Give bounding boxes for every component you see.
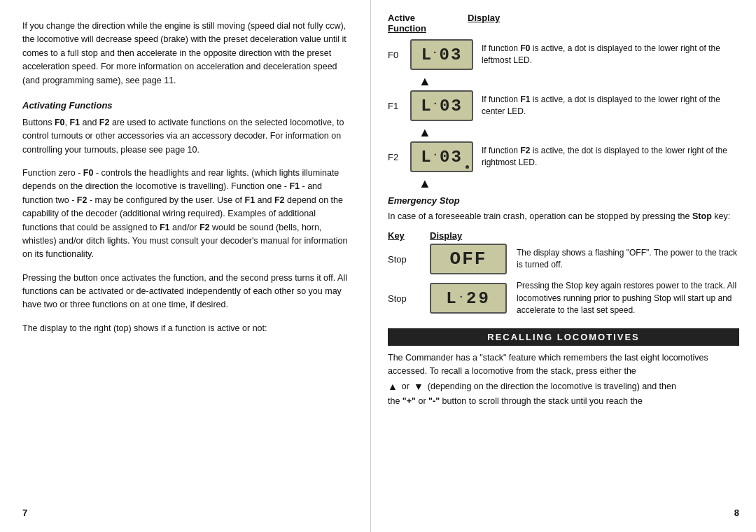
- stop-label-2: Stop: [388, 293, 423, 304]
- f1-label: F1: [388, 101, 409, 111]
- right-bottom-bar: 8: [388, 507, 739, 518]
- functions-para3: Pressing the button once activates the f…: [22, 272, 351, 312]
- f2-row: F2 L·03 If function F2 is active, the do…: [388, 141, 739, 172]
- stop-label-1: Stop: [388, 254, 423, 265]
- f0-description: If function F0 is active, a dot is displ…: [482, 43, 739, 67]
- f1-display: L·03: [410, 90, 473, 121]
- arrow-f1-f2: ▲: [419, 125, 739, 140]
- key-col-header: Key: [388, 230, 423, 241]
- left-column: If you change the direction while the en…: [0, 0, 371, 532]
- functions-para4: The display to the right (top) shows if …: [22, 322, 351, 335]
- stop-l29-display: L·29: [430, 283, 507, 314]
- f2-label: F2: [388, 152, 409, 162]
- arrow-f2: ▲: [419, 176, 739, 191]
- display-label: Display: [468, 13, 500, 34]
- emergency-stop-title: Emergency Stop: [388, 195, 739, 206]
- key-display-header: Key Display: [388, 230, 739, 241]
- page: If you change the direction while the en…: [0, 0, 756, 532]
- recall-banner: RECALLING LOCOMOTIVES: [388, 328, 739, 346]
- down-arrow-icon: ▼: [414, 379, 424, 395]
- active-label: Active: [388, 13, 465, 23]
- intro-paragraph: If you change the direction while the en…: [22, 20, 351, 88]
- right-column: Active Function Display F0 L·03 If funct…: [371, 0, 756, 532]
- f2-description: If function F2 is active, the dot is dis…: [482, 145, 739, 169]
- function-label: Function: [388, 23, 465, 34]
- up-arrow-icon: ▲: [388, 379, 398, 395]
- emergency-stop-text: In case of a foreseeable train crash, op…: [388, 210, 739, 223]
- stop-l29-description: Pressing the Stop key again restores pow…: [517, 280, 739, 316]
- stop-l29-row: Stop L·29 Pressing the Stop key again re…: [388, 280, 739, 316]
- active-function-header: Active Function: [388, 13, 465, 34]
- f0-row: F0 L·03 If function F0 is active, a dot …: [388, 39, 739, 70]
- page-number-left: 7: [22, 507, 351, 518]
- f0-label: F0: [388, 50, 409, 60]
- activating-functions-title: Activating Functions: [22, 100, 351, 111]
- f0-display: L·03: [410, 39, 473, 70]
- f2-display: L·03: [410, 141, 473, 172]
- arrow-f0-f1: ▲: [419, 74, 739, 89]
- stop-off-row: Stop OFF The display shows a flashing "O…: [388, 244, 739, 274]
- functions-para2: Function zero - F0 - controls the headli…: [22, 167, 351, 262]
- display-col-header: Display: [430, 230, 514, 241]
- function-display-header: Active Function Display: [388, 13, 739, 34]
- page-number-right: 8: [734, 507, 739, 518]
- f1-row: F1 L·03 If function F1 is active, a dot …: [388, 90, 739, 121]
- recall-text: The Commander has a "stack" feature whic…: [388, 351, 739, 409]
- f1-description: If function F1 is active, a dot is displ…: [482, 94, 739, 118]
- or-text: or: [402, 380, 410, 393]
- functions-para1: Buttons F0, F1 and F2 are used to activa…: [22, 116, 351, 157]
- stop-off-description: The display shows a flashing "OFF". The …: [517, 247, 739, 272]
- recall-direction-text: (depending on the direction the locomoti…: [428, 380, 676, 393]
- stop-off-display: OFF: [430, 244, 507, 274]
